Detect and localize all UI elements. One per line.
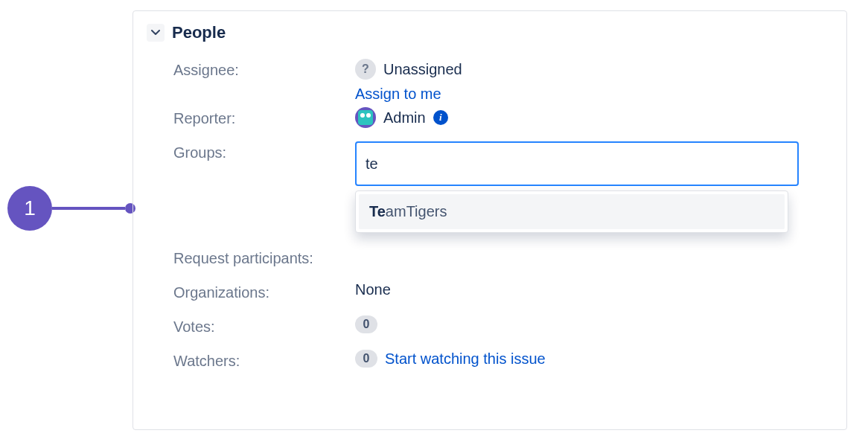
groups-row: Groups: TeamTigers [147, 138, 824, 186]
groups-input[interactable] [355, 141, 799, 186]
people-section-header[interactable]: People [147, 23, 824, 42]
assignee-value: Unassigned [383, 61, 462, 78]
request-participants-row: Request participants: [147, 244, 824, 277]
watchers-label: Watchers: [147, 347, 355, 371]
votes-count-badge: 0 [355, 315, 377, 333]
annotation-line [52, 207, 125, 210]
reporter-avatar-icon [355, 107, 376, 128]
organizations-value: None [355, 281, 391, 298]
assignee-label: Assignee: [147, 56, 355, 80]
watchers-row: Watchers: 0 Start watching this issue [147, 347, 824, 379]
watchers-count-badge: 0 [355, 350, 377, 368]
start-watching-link[interactable]: Start watching this issue [385, 350, 546, 368]
request-participants-label: Request participants: [147, 244, 355, 269]
assign-to-me-link[interactable]: Assign to me [355, 86, 441, 103]
groups-suggestions-dropdown: TeamTigers [355, 190, 788, 233]
annotation-callout: 1 [7, 186, 135, 231]
reporter-label: Reporter: [147, 104, 355, 129]
annotation-number: 1 [24, 196, 36, 220]
reporter-row: Reporter: Admin i [147, 104, 824, 137]
unassigned-avatar-icon: ? [355, 59, 376, 80]
info-icon[interactable]: i [433, 110, 448, 125]
votes-row: Votes: 0 [147, 313, 824, 345]
people-section-title: People [172, 23, 226, 42]
annotation-number-badge: 1 [7, 186, 52, 231]
chevron-down-icon[interactable] [147, 24, 165, 42]
groups-label: Groups: [147, 138, 355, 163]
people-panel: People Assignee: ? Unassigned Assign to … [133, 10, 847, 430]
reporter-value: Admin [383, 109, 426, 126]
organizations-label: Organizations: [147, 278, 355, 303]
suggestion-match: Te [369, 203, 386, 220]
suggestion-rest: amTigers [386, 203, 447, 220]
votes-label: Votes: [147, 313, 355, 337]
assignee-row: Assignee: ? Unassigned Assign to me [147, 56, 824, 103]
groups-suggestion-item[interactable]: TeamTigers [359, 194, 785, 229]
organizations-row: Organizations: None [147, 278, 824, 311]
